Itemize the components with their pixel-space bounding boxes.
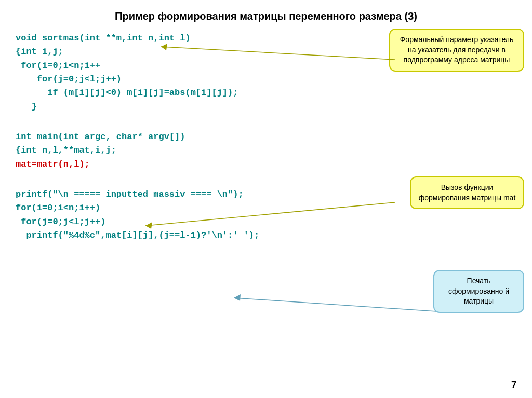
callout-function-call: Вызов функции формирования матрицы mat (410, 176, 524, 209)
callout-formal-param: Формальный параметр указатель на указате… (389, 29, 524, 72)
svg-line-4 (234, 298, 436, 311)
code-line-8: {int n,l,**mat,i,j; (16, 144, 516, 157)
code-line-13: printf("%4d%c",mat[i][j],(j==l-1)?'\n':'… (16, 229, 516, 242)
page-title: Пример формирования матрицы переменного … (16, 10, 516, 22)
code-line-5: if (m[i][j]<0) m[i][j]=abs(m[i][j]); (16, 86, 516, 100)
code-line-12: for(j=0;j<l;j++) (16, 215, 516, 229)
code-line-7: int main(int argc, char* argv[]) (16, 130, 516, 144)
code-line-4: for(j=0;j<l;j++) (16, 73, 516, 86)
svg-marker-5 (234, 294, 241, 301)
code-line-9: mat=matr(n,l); (16, 158, 516, 171)
callout-print: Печать сформированно й матрицы (433, 270, 524, 313)
page-number: 7 (511, 380, 516, 391)
code-line-6: } (16, 100, 516, 114)
page-container: Пример формирования матрицы переменного … (0, 0, 532, 398)
